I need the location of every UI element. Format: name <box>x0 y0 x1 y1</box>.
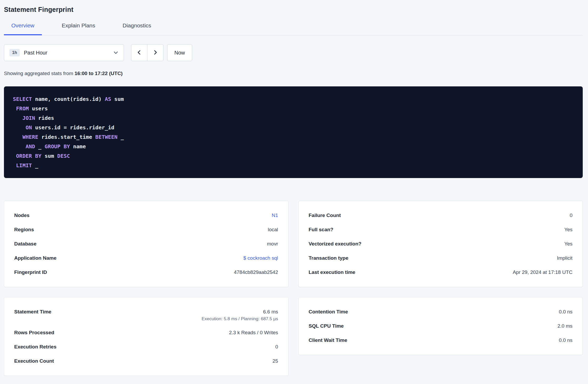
summary-row-value: Yes <box>564 226 572 233</box>
now-button[interactable]: Now <box>167 44 192 61</box>
sql-keyword: JOIN <box>22 115 35 121</box>
summary-cards-grid: NodesN1RegionslocalDatabasemovrApplicati… <box>4 201 583 381</box>
summary-row: Databasemovr <box>14 237 278 251</box>
sql-keyword: ORDER BY <box>16 153 41 159</box>
summary-row-value-group: 0.0 ns <box>559 308 572 316</box>
sql-text: rides.start_time <box>38 134 95 140</box>
time-arrow-group <box>131 44 163 61</box>
summary-row-value: 0 <box>570 212 572 219</box>
aggregated-stats-line: Showing aggregated stats from 16:00 to 1… <box>4 70 583 77</box>
summary-row-value: 0.0 ns <box>559 308 572 316</box>
timing-stats-card: Statement Time6.6 msExecution: 5.8 ms / … <box>4 297 288 376</box>
summary-row-label: Statement Time <box>14 308 58 316</box>
summary-row-value-group: Yes <box>564 226 572 233</box>
summary-row-value-link[interactable]: N1 <box>272 212 278 219</box>
sql-text: name, count(rides.id) <box>32 96 105 102</box>
summary-row-value-group: Implicit <box>557 254 572 262</box>
summary-row-label: Last execution time <box>309 269 362 276</box>
sql-keyword: DESC <box>57 153 70 159</box>
summary-row: Contention Time0.0 ns <box>309 305 573 319</box>
summary-row-value: Implicit <box>557 254 572 262</box>
sql-keyword: AS <box>105 96 111 102</box>
sql-line: WHERE rides.start_time BETWEEN _ <box>13 132 575 142</box>
sql-line: ORDER BY sum DESC <box>13 151 575 161</box>
time-range-dropdown[interactable]: 1h Past Hour <box>4 44 124 61</box>
summary-row: Rows Processed2.3 k Reads / 0 Writes <box>14 326 278 340</box>
sql-line: FROM users <box>13 104 575 113</box>
summary-row-value-link[interactable]: $ cockroach sql <box>243 254 278 262</box>
summary-row-label: Failure Count <box>309 212 347 219</box>
summary-row-label: Rows Processed <box>14 329 61 336</box>
summary-row-value: Apr 29, 2024 at 17:18 UTC <box>513 269 572 276</box>
summary-row-value: 0 <box>275 343 278 351</box>
summary-row-value-group: N1 <box>272 212 278 219</box>
summary-row: Failure Count0 <box>309 208 573 223</box>
summary-row-label: Transaction type <box>309 254 355 262</box>
summary-row: Transaction typeImplicit <box>309 251 573 265</box>
summary-row-value-group: movr <box>267 240 278 248</box>
summary-row: Regionslocal <box>14 223 278 237</box>
chevron-right-icon <box>152 50 158 56</box>
tab-explain-plans[interactable]: Explain Plans <box>54 22 103 35</box>
summary-row-value-group: 6.6 msExecution: 5.8 ms / Planning: 687.… <box>202 308 278 322</box>
sql-keyword: WHERE <box>22 134 38 140</box>
summary-row: Vectorized execution?Yes <box>309 237 573 251</box>
sql-text: name <box>70 143 86 150</box>
sql-code-block: SELECT name, count(rides.id) AS sum FROM… <box>4 86 583 178</box>
tab-overview[interactable]: Overview <box>4 22 42 35</box>
summary-row: Client Wait Time0.0 ns <box>309 333 573 347</box>
chevron-left-icon <box>136 50 142 56</box>
sql-line: AND _ GROUP BY name <box>13 142 575 151</box>
summary-row: Last execution timeApr 29, 2024 at 17:18… <box>309 265 573 279</box>
summary-row-value: 4784cb829aab2542 <box>234 269 278 276</box>
summary-row-label: Regions <box>14 226 40 233</box>
summary-row: NodesN1 <box>14 208 278 223</box>
sql-keyword: SELECT <box>13 96 32 102</box>
chevron-down-icon <box>113 50 118 55</box>
sql-keyword: GROUP BY <box>44 143 70 150</box>
tab-diagnostics[interactable]: Diagnostics <box>115 22 159 35</box>
sql-keyword: AND <box>26 143 35 150</box>
summary-row-value: 6.6 ms <box>202 308 278 316</box>
summary-row-value-group: 0.0 ns <box>559 337 572 344</box>
summary-row: Execution Retries0 <box>14 340 278 354</box>
sql-keyword: FROM <box>16 105 29 112</box>
summary-row-value-group: 2.3 k Reads / 0 Writes <box>229 329 278 336</box>
summary-row: Fingerprint ID4784cb829aab2542 <box>14 265 278 279</box>
time-toolbar: 1h Past Hour <box>4 44 583 61</box>
time-range-badge: 1h <box>9 49 20 56</box>
summary-row-label: Contention Time <box>309 308 355 316</box>
prev-time-button[interactable] <box>131 44 147 61</box>
summary-row: Full scan?Yes <box>309 223 573 237</box>
sql-text: sum <box>111 96 124 102</box>
summary-row-value-group: Apr 29, 2024 at 17:18 UTC <box>513 269 572 276</box>
summary-row-value: Yes <box>564 240 572 248</box>
sql-keyword: LIMIT <box>16 162 32 169</box>
summary-row: SQL CPU Time2.0 ms <box>309 319 573 333</box>
summary-row-label: Execution Count <box>14 357 60 365</box>
summary-row-label: Fingerprint ID <box>14 269 53 276</box>
summary-row-value-group: $ cockroach sql <box>243 254 278 262</box>
sql-text: _ <box>35 143 44 150</box>
sql-text: users <box>29 105 48 112</box>
next-time-button[interactable] <box>147 44 163 61</box>
summary-row-label: Vectorized execution? <box>309 240 368 248</box>
time-range-label: Past Hour <box>24 50 47 56</box>
summary-row-label: Full scan? <box>309 226 340 233</box>
summary-row-label: Nodes <box>14 212 36 219</box>
summary-row-label: Execution Retries <box>14 343 63 351</box>
summary-row-value-group: 0 <box>275 343 278 351</box>
summary-row-value-group: 25 <box>272 357 278 365</box>
summary-row-subvalue: Execution: 5.8 ms / Planning: 687.5 µs <box>202 316 278 322</box>
sql-text: users.id = rides.rider_id <box>32 124 114 131</box>
summary-row-label: SQL CPU Time <box>309 322 350 330</box>
summary-row-value: local <box>268 226 278 233</box>
summary-row-label: Client Wait Time <box>309 337 354 344</box>
contention-stats-card: Contention Time0.0 nsSQL CPU Time2.0 msC… <box>298 297 583 355</box>
summary-row-value: movr <box>267 240 278 248</box>
summary-row-value-group: 4784cb829aab2542 <box>234 269 278 276</box>
page-title: Statement Fingerprint <box>4 5 583 14</box>
sql-text: rides <box>35 115 54 121</box>
sql-text: sum <box>41 153 57 159</box>
execution-attributes-card: Failure Count0Full scan?YesVectorized ex… <box>298 201 583 287</box>
